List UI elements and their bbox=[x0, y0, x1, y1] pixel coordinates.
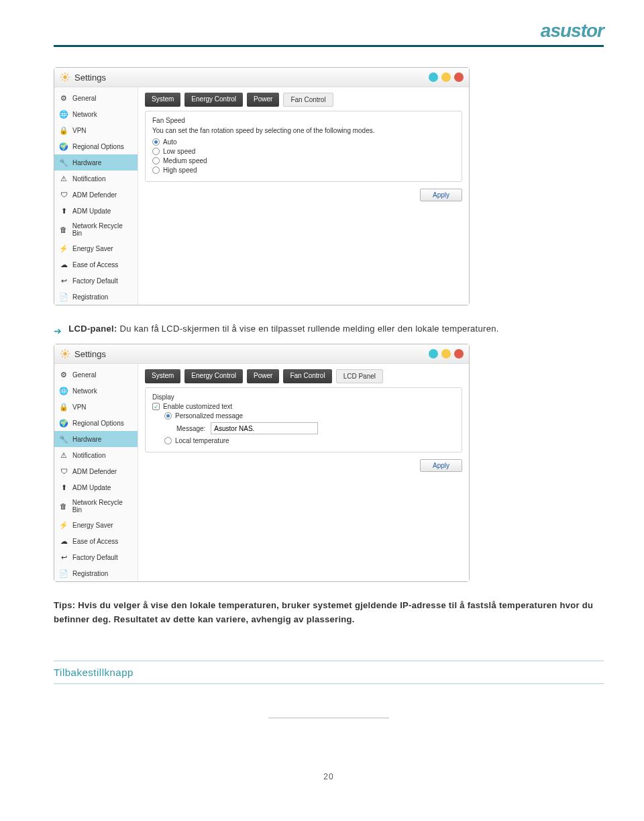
regional-options-icon: 🌍 bbox=[59, 142, 68, 151]
sidebar-item-registration[interactable]: 📄Registration bbox=[54, 565, 138, 581]
radio-label: Medium speed bbox=[163, 157, 207, 164]
tab-system[interactable]: System bbox=[145, 93, 180, 107]
tab-energy-control[interactable]: Energy Control bbox=[184, 93, 243, 107]
help-icon[interactable] bbox=[429, 349, 438, 358]
sidebar-item-energy-saver[interactable]: ⚡Energy Saver bbox=[54, 517, 138, 533]
message-input[interactable] bbox=[211, 422, 318, 434]
sidebar-item-label: ADM Update bbox=[72, 207, 111, 215]
radio-label: Personalized message bbox=[175, 412, 243, 420]
sidebar-item-vpn[interactable]: 🔒VPN bbox=[54, 399, 138, 415]
settings-sidebar: ⚙General🌐Network🔒VPN🌍Regional Options🔧Ha… bbox=[54, 364, 138, 581]
svg-line-15 bbox=[67, 356, 68, 357]
hardware-icon: 🔧 bbox=[59, 158, 68, 167]
sidebar-item-label: Factory Default bbox=[72, 277, 118, 285]
checkbox-icon: ✓ bbox=[152, 403, 160, 410]
radio-high-speed[interactable]: High speed bbox=[152, 166, 455, 174]
sidebar-item-network-recycle-bin[interactable]: 🗑Network Recycle Bin bbox=[54, 219, 138, 240]
tabs: SystemEnergy ControlPowerFan ControlLCD … bbox=[145, 369, 462, 383]
sidebar-item-general[interactable]: ⚙General bbox=[54, 90, 138, 106]
svg-line-14 bbox=[62, 351, 62, 352]
enable-customized-text[interactable]: ✓ Enable customized text bbox=[152, 403, 455, 410]
sidebar-item-regional-options[interactable]: 🌍Regional Options bbox=[54, 415, 138, 431]
apply-button[interactable]: Apply bbox=[420, 459, 462, 472]
sidebar-item-vpn[interactable]: 🔒VPN bbox=[54, 122, 138, 138]
network-recycle-bin-icon: 🗑 bbox=[59, 225, 68, 234]
sidebar-item-ease-of-access[interactable]: ☁Ease of Access bbox=[54, 256, 138, 273]
network-recycle-bin-icon: 🗑 bbox=[59, 501, 68, 511]
sidebar-item-hardware[interactable]: 🔧Hardware bbox=[54, 154, 138, 171]
tab-fan-control[interactable]: Fan Control bbox=[283, 369, 331, 383]
general-icon: ⚙ bbox=[59, 370, 68, 379]
tab-energy-control[interactable]: Energy Control bbox=[184, 369, 243, 383]
radio-low-speed[interactable]: Low speed bbox=[152, 148, 455, 155]
sidebar-item-label: Ease of Access bbox=[72, 261, 118, 269]
sidebar-item-ease-of-access[interactable]: ☁Ease of Access bbox=[54, 533, 138, 549]
sidebar-item-registration[interactable]: 📄Registration bbox=[54, 289, 138, 305]
sidebar-item-label: General bbox=[72, 95, 97, 102]
sidebar-item-adm-update[interactable]: ⬆ADM Update bbox=[54, 479, 138, 495]
radio-local-temperature[interactable]: Local temperature bbox=[164, 437, 455, 444]
window-titlebar: Settings bbox=[54, 68, 469, 87]
sidebar-item-hardware[interactable]: 🔧Hardware bbox=[54, 431, 138, 447]
hardware-icon: 🔧 bbox=[59, 434, 68, 444]
radio-icon bbox=[164, 412, 172, 420]
minimize-icon[interactable] bbox=[441, 349, 451, 358]
sidebar-item-label: Energy Saver bbox=[72, 245, 113, 252]
sidebar-item-adm-defender[interactable]: 🛡ADM Defender bbox=[54, 187, 138, 203]
tab-fan-control[interactable]: Fan Control bbox=[283, 93, 333, 107]
tab-lcd-panel[interactable]: LCD Panel bbox=[336, 369, 383, 383]
sidebar-item-label: Regional Options bbox=[72, 420, 124, 427]
section-header-reset-button: Tilbakestillknapp bbox=[54, 661, 604, 684]
tab-system[interactable]: System bbox=[145, 369, 180, 383]
sidebar-item-adm-defender[interactable]: 🛡ADM Defender bbox=[54, 463, 138, 479]
help-icon[interactable] bbox=[429, 73, 438, 82]
sidebar-item-factory-default[interactable]: ↩Factory Default bbox=[54, 273, 138, 289]
sidebar-item-network-recycle-bin[interactable]: 🗑Network Recycle Bin bbox=[54, 495, 138, 517]
checkbox-label: Enable customized text bbox=[163, 403, 232, 410]
radio-personalized-message[interactable]: Personalized message bbox=[164, 412, 455, 420]
regional-options-icon: 🌍 bbox=[59, 418, 68, 428]
sidebar-item-network[interactable]: 🌐Network bbox=[54, 383, 138, 399]
radio-icon bbox=[152, 157, 160, 164]
sidebar-item-general[interactable]: ⚙General bbox=[54, 367, 138, 383]
sidebar-item-label: Notification bbox=[72, 452, 105, 459]
sidebar-item-label: Registration bbox=[72, 293, 108, 301]
window-titlebar: Settings bbox=[54, 344, 469, 364]
sidebar-item-label: Network bbox=[72, 111, 97, 118]
sidebar-item-factory-default[interactable]: ↩Factory Default bbox=[54, 549, 138, 565]
tab-power[interactable]: Power bbox=[247, 369, 279, 383]
sidebar-item-label: Factory Default bbox=[72, 554, 118, 561]
adm-update-icon: ⬆ bbox=[59, 206, 68, 215]
sidebar-item-regional-options[interactable]: 🌍Regional Options bbox=[54, 138, 138, 154]
apply-button[interactable]: Apply bbox=[420, 189, 462, 201]
sidebar-item-label: Ease of Access bbox=[72, 538, 118, 545]
registration-icon: 📄 bbox=[59, 292, 68, 301]
panel-legend: Fan Speed bbox=[152, 117, 185, 124]
sidebar-item-label: Network Recycle Bin bbox=[72, 499, 133, 514]
close-icon[interactable] bbox=[454, 349, 464, 358]
display-panel: Display ✓ Enable customized text Persona… bbox=[145, 387, 462, 452]
notification-icon: ⚠ bbox=[59, 174, 68, 183]
sidebar-item-network[interactable]: 🌐Network bbox=[54, 106, 138, 122]
vpn-icon: 🔒 bbox=[59, 402, 68, 412]
sidebar-item-adm-update[interactable]: ⬆ADM Update bbox=[54, 203, 138, 219]
adm-update-icon: ⬆ bbox=[59, 483, 68, 492]
radio-icon bbox=[164, 437, 172, 444]
sidebar-item-energy-saver[interactable]: ⚡Energy Saver bbox=[54, 240, 138, 256]
radio-label: High speed bbox=[163, 166, 197, 174]
close-icon[interactable] bbox=[454, 73, 464, 82]
tab-power[interactable]: Power bbox=[247, 93, 279, 107]
minimize-icon[interactable] bbox=[441, 73, 451, 82]
svg-line-16 bbox=[62, 356, 62, 357]
radio-medium-speed[interactable]: Medium speed bbox=[152, 157, 455, 164]
network-icon: 🌐 bbox=[59, 386, 68, 395]
brand-bar: asustor bbox=[54, 20, 604, 47]
sidebar-item-notification[interactable]: ⚠Notification bbox=[54, 171, 138, 187]
adm-defender-icon: 🛡 bbox=[59, 190, 68, 199]
panel-desc: You can set the fan rotation speed by se… bbox=[152, 127, 455, 134]
radio-label: Low speed bbox=[163, 148, 195, 155]
sidebar-item-label: ADM Defender bbox=[72, 468, 117, 475]
footer-rule bbox=[268, 718, 389, 718]
radio-auto[interactable]: Auto bbox=[152, 138, 455, 146]
sidebar-item-notification[interactable]: ⚠Notification bbox=[54, 447, 138, 463]
